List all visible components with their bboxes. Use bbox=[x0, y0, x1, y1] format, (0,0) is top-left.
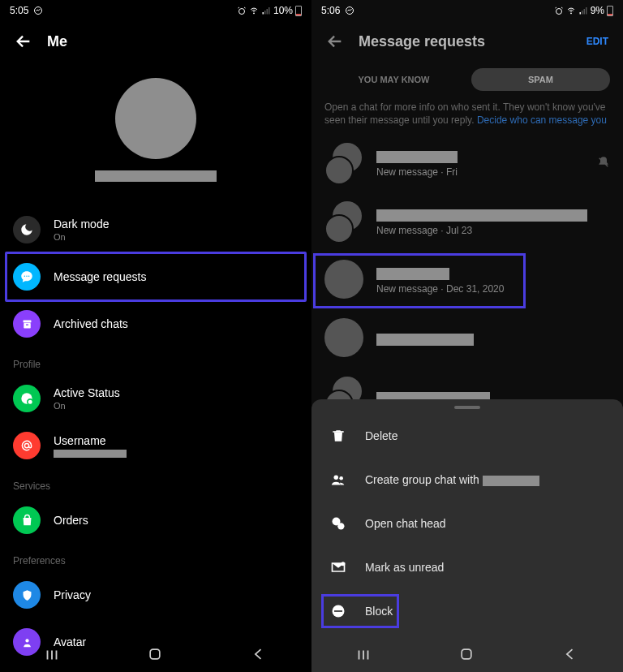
wifi-icon bbox=[566, 6, 576, 15]
request-row[interactable]: New message · Dec 31, 2020 bbox=[312, 252, 623, 310]
battery-icon bbox=[607, 6, 613, 16]
trash-icon bbox=[328, 425, 349, 446]
messenger-icon bbox=[345, 6, 354, 15]
profile-avatar[interactable] bbox=[115, 78, 196, 159]
profile-area bbox=[0, 62, 312, 206]
svg-rect-20 bbox=[150, 649, 160, 659]
edit-button[interactable]: EDIT bbox=[586, 36, 608, 47]
info-text: Open a chat for more info on who sent it… bbox=[312, 97, 623, 135]
svg-rect-24 bbox=[579, 12, 581, 15]
moon-icon bbox=[13, 216, 41, 243]
request-name-redacted bbox=[376, 209, 587, 222]
username-label: Username bbox=[54, 434, 127, 447]
sheet-block-label: Block bbox=[365, 605, 393, 618]
action-sheet: Delete Create group chat with Open chat … bbox=[312, 399, 623, 672]
android-nav-bar bbox=[312, 638, 623, 672]
wifi-icon bbox=[249, 6, 259, 15]
sheet-delete[interactable]: Delete bbox=[312, 414, 623, 458]
request-name-redacted bbox=[376, 268, 449, 280]
back-nav-icon[interactable] bbox=[251, 646, 269, 664]
dark-mode-sub: On bbox=[54, 232, 109, 242]
orders-row[interactable]: Orders bbox=[0, 497, 312, 544]
request-avatar bbox=[324, 143, 367, 185]
request-row[interactable] bbox=[312, 310, 623, 368]
mute-icon bbox=[597, 156, 610, 172]
signal-icon bbox=[578, 6, 588, 15]
tab-you-may-know[interactable]: YOU MAY KNOW bbox=[324, 68, 463, 91]
sheet-unread-label: Mark as unread bbox=[365, 561, 444, 574]
sheet-open-head-label: Open chat head bbox=[365, 517, 446, 530]
home-icon[interactable] bbox=[147, 646, 165, 664]
svg-point-7 bbox=[24, 276, 26, 278]
svg-rect-4 bbox=[264, 11, 266, 15]
active-status-icon bbox=[13, 385, 41, 412]
sheet-mark-unread[interactable]: Mark as unread bbox=[312, 545, 623, 589]
shopping-bag-icon bbox=[13, 506, 41, 534]
archived-chats-row[interactable]: Archived chats bbox=[0, 300, 312, 347]
svg-point-23 bbox=[570, 13, 571, 14]
request-subtext: New message · Jul 23 bbox=[376, 225, 610, 236]
shield-icon bbox=[13, 581, 41, 609]
svg-rect-25 bbox=[582, 11, 583, 15]
svg-rect-3 bbox=[262, 12, 264, 15]
status-bar: 5:06 9% bbox=[312, 0, 623, 21]
signal-icon bbox=[261, 6, 271, 15]
sheet-open-chat-head[interactable]: Open chat head bbox=[312, 502, 623, 545]
active-status-sub: On bbox=[54, 401, 120, 411]
group-name-redacted bbox=[483, 476, 539, 486]
page-title: Message requests bbox=[359, 33, 485, 50]
request-avatar bbox=[324, 201, 367, 243]
highlight-box bbox=[5, 252, 307, 302]
info-link[interactable]: Decide who can message you bbox=[477, 114, 607, 126]
svg-rect-12 bbox=[26, 324, 28, 325]
privacy-row[interactable]: Privacy bbox=[0, 571, 312, 618]
tabs: YOU MAY KNOW SPAM bbox=[312, 62, 623, 97]
request-row[interactable]: New message · Fri bbox=[312, 135, 623, 193]
back-icon[interactable] bbox=[15, 32, 32, 50]
svg-rect-28 bbox=[333, 431, 343, 433]
back-icon[interactable] bbox=[326, 32, 344, 50]
message-requests-label: Message requests bbox=[54, 270, 146, 283]
alarm-icon bbox=[554, 6, 564, 15]
svg-rect-11 bbox=[24, 323, 31, 328]
username-row[interactable]: Username bbox=[0, 422, 312, 469]
request-subtext: New message · Fri bbox=[376, 166, 587, 178]
sheet-create-group[interactable]: Create group chat with bbox=[312, 458, 623, 502]
archived-chats-label: Archived chats bbox=[54, 317, 128, 330]
svg-rect-35 bbox=[334, 610, 342, 612]
android-nav-bar bbox=[0, 638, 312, 672]
section-services: Services bbox=[0, 469, 312, 497]
svg-point-32 bbox=[337, 523, 344, 529]
request-subtext: New message · Dec 31, 2020 bbox=[376, 283, 610, 295]
active-status-row[interactable]: Active Status On bbox=[0, 375, 312, 422]
dark-mode-row[interactable]: Dark mode On bbox=[0, 206, 312, 253]
message-requests-row[interactable]: Message requests bbox=[0, 253, 312, 300]
sheet-delete-label: Delete bbox=[365, 429, 397, 442]
at-icon bbox=[13, 432, 41, 459]
battery-icon bbox=[295, 6, 302, 16]
svg-rect-26 bbox=[583, 9, 585, 15]
chat-head-icon bbox=[328, 513, 349, 534]
page-header: Message requests EDIT bbox=[312, 21, 623, 62]
left-screenshot: 5:05 10% Me Dark mode bbox=[0, 0, 312, 672]
archive-icon bbox=[13, 310, 41, 338]
request-row[interactable]: New message · Jul 23 bbox=[312, 193, 623, 252]
status-time: 5:05 bbox=[10, 5, 28, 16]
recents-icon[interactable] bbox=[354, 646, 372, 664]
request-text: New message · Dec 31, 2020 bbox=[376, 268, 610, 295]
svg-point-22 bbox=[556, 8, 561, 14]
request-avatar bbox=[324, 318, 367, 360]
home-icon[interactable] bbox=[458, 646, 476, 664]
sheet-handle[interactable] bbox=[454, 406, 480, 409]
back-nav-icon[interactable] bbox=[562, 646, 580, 664]
recents-icon[interactable] bbox=[43, 646, 61, 664]
right-screenshot: 5:06 9% Message requests EDIT YOU MAY KN… bbox=[312, 0, 623, 672]
request-text: New message · Jul 23 bbox=[376, 209, 610, 236]
username-redacted bbox=[54, 450, 127, 458]
sheet-block[interactable]: Block bbox=[312, 589, 623, 633]
status-bar: 5:05 10% bbox=[0, 0, 312, 21]
tab-spam[interactable]: SPAM bbox=[471, 68, 610, 91]
svg-point-8 bbox=[26, 276, 28, 278]
svg-point-1 bbox=[238, 8, 244, 14]
svg-point-15 bbox=[24, 443, 28, 447]
